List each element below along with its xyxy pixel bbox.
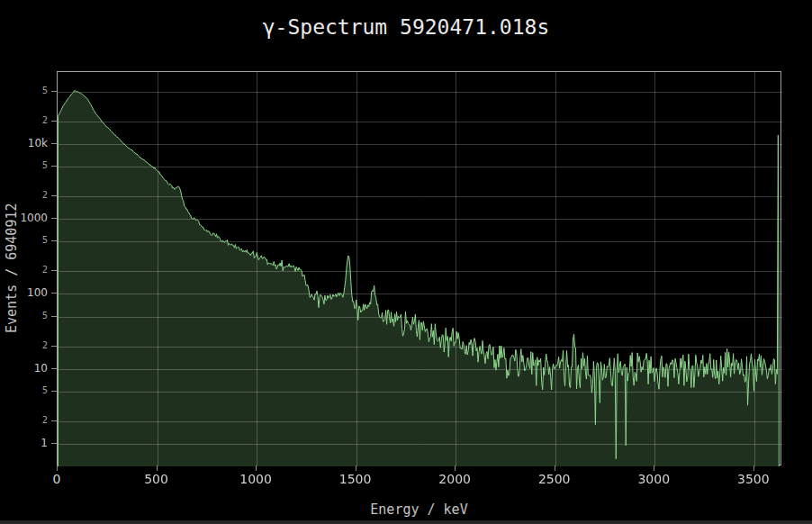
y-tick-mark (51, 143, 57, 144)
y-axis-title: Events / 6940912 (4, 71, 20, 465)
y-tick-mark (51, 218, 57, 219)
x-tick-mark (256, 465, 257, 471)
x-tick-mark (455, 465, 456, 471)
x-axis-title: Energy / keV (57, 501, 781, 518)
x-tick-label: 2000 (438, 473, 471, 485)
y-tick-mark (51, 293, 57, 294)
y-tick-mark (51, 121, 57, 122)
y-tick-mark (51, 420, 57, 421)
x-tick-mark (753, 465, 754, 471)
y-tick-mark (51, 368, 57, 369)
x-tick-mark (57, 465, 58, 471)
spectrum-plot-area[interactable] (58, 72, 782, 466)
plot-frame (57, 71, 781, 465)
x-tick-label: 500 (144, 473, 168, 485)
y-tick-mark (51, 240, 57, 241)
y-tick-mark (51, 270, 57, 271)
x-tick-label: 0 (53, 473, 61, 485)
x-tick-mark (654, 465, 654, 471)
x-tick-mark (157, 465, 158, 471)
y-tick-mark (51, 391, 57, 392)
y-tick-mark (51, 316, 57, 317)
x-tick-mark (555, 465, 555, 471)
x-tick-label: 1500 (339, 473, 372, 485)
y-tick-mark (51, 91, 57, 92)
y-tick-mark (51, 166, 57, 167)
x-tick-mark (356, 465, 356, 471)
y-tick-mark (51, 443, 57, 444)
chart-title: γ-Spectrum 5920471.018s (0, 15, 812, 39)
x-tick-label: 3500 (737, 473, 770, 485)
x-tick-label: 1000 (239, 473, 272, 485)
gamma-spectrum-window: γ-Spectrum 5920471.018s 5210k52100052100… (0, 0, 812, 524)
x-tick-label: 3000 (637, 473, 670, 485)
x-tick-label: 2500 (538, 473, 571, 485)
y-tick-mark (51, 346, 57, 347)
y-tick-mark (51, 195, 57, 196)
window-bottom-edge (0, 520, 812, 524)
